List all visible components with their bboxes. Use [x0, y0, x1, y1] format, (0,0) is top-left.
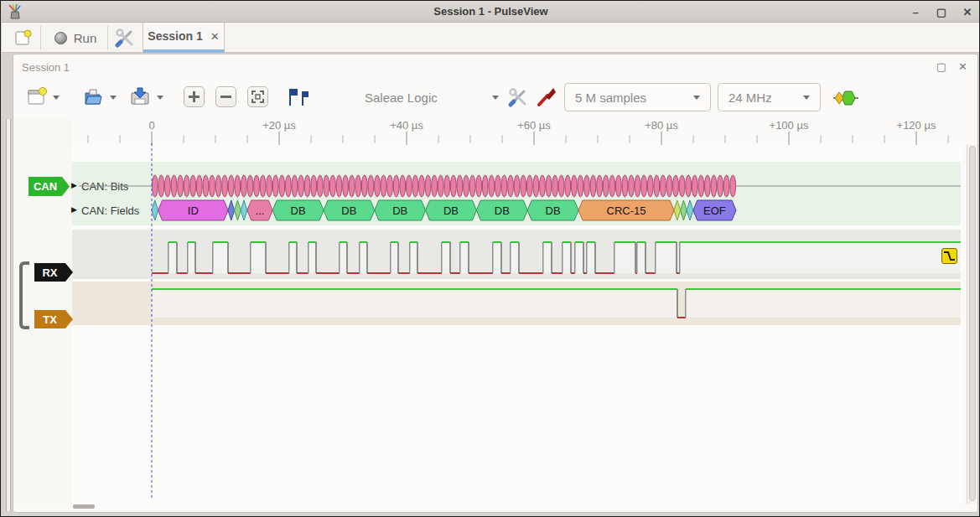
run-button[interactable]: Run: [45, 25, 106, 50]
sample-count-select[interactable]: 5 M samples: [564, 83, 711, 111]
open-file-dropdown-icon[interactable]: [110, 96, 117, 100]
left-splitter-handle[interactable]: [6, 119, 11, 511]
tab-label: Session 1: [148, 29, 202, 43]
device-config-button[interactable]: [507, 86, 529, 108]
new-view-button[interactable]: [26, 86, 48, 108]
main-toolbar: Run Session 1 ✕: [2, 23, 980, 53]
sample-rate-select[interactable]: 24 MHz: [718, 83, 821, 111]
tab-close-icon[interactable]: ✕: [210, 30, 220, 43]
wrench-screwdriver-icon: [115, 28, 135, 48]
zoom-in-button[interactable]: [184, 86, 205, 107]
tab-session-1[interactable]: Session 1 ✕: [143, 23, 225, 53]
decode-trace-background: [72, 162, 961, 225]
new-view-dropdown-icon[interactable]: [53, 96, 60, 100]
maximize-button[interactable]: ▢: [936, 6, 947, 18]
channel-group-bracket: [19, 261, 29, 329]
window-titlebar[interactable]: Session 1 - PulseView – ▢ ✕: [2, 1, 980, 23]
window-title: Session 1 - PulseView: [2, 5, 980, 18]
pulseview-window: Session 1 - PulseView – ▢ ✕ Run: [0, 0, 980, 517]
minimize-button[interactable]: –: [910, 6, 921, 18]
rx-trace-background: [72, 230, 961, 279]
run-state-icon: [54, 32, 67, 44]
vertical-scrollbar-handle[interactable]: [969, 146, 976, 501]
open-file-button[interactable]: [82, 86, 104, 108]
close-button[interactable]: ✕: [962, 6, 973, 18]
sample-count-dropdown-icon: [693, 96, 700, 100]
trigger-flags-button[interactable]: [286, 86, 309, 108]
sample-rate-value: 24 MHz: [729, 90, 772, 105]
expander-icon[interactable]: ▶: [71, 205, 77, 214]
can-decoder-tag[interactable]: CAN: [29, 177, 70, 196]
vertical-scrollbar[interactable]: [967, 144, 977, 504]
settings-button[interactable]: [111, 25, 138, 50]
device-select-value: Saleae Logic: [365, 90, 438, 105]
zoom-out-button[interactable]: [215, 86, 236, 107]
save-dropdown-icon[interactable]: [157, 96, 163, 100]
decode-row-label-bits: CAN: Bits: [81, 180, 128, 193]
panel-close-button[interactable]: ✕: [958, 60, 967, 73]
app-icon: [7, 3, 23, 20]
minus-icon: [220, 91, 231, 102]
device-dropdown-icon: [492, 96, 499, 100]
probe-button[interactable]: [536, 86, 557, 108]
device-select[interactable]: Saleae Logic: [365, 85, 499, 110]
toolbar-separator: [107, 26, 108, 49]
toolbar-separator: [40, 26, 41, 49]
sample-count-value: 5 M samples: [575, 90, 646, 105]
expander-icon[interactable]: ▶: [71, 181, 77, 189]
horizontal-scrollbar-handle[interactable]: [73, 504, 95, 509]
run-button-label: Run: [74, 31, 97, 45]
zoom-fit-icon: [251, 90, 264, 103]
trigger-marker-falling-edge-icon[interactable]: [941, 248, 957, 264]
new-session-button[interactable]: [8, 25, 37, 50]
save-button[interactable]: [129, 86, 151, 108]
new-session-icon: [13, 28, 32, 47]
decode-row-label-fields: CAN: Fields: [81, 204, 139, 217]
tx-channel-tag[interactable]: TX: [34, 310, 73, 328]
session-panel-title: Session 1: [22, 61, 70, 74]
tx-trace-background: [72, 282, 961, 325]
panel-restore-button[interactable]: ▢: [936, 60, 946, 73]
plus-icon: [189, 91, 200, 102]
add-decoder-button[interactable]: [833, 90, 858, 106]
zoom-fit-button[interactable]: [247, 86, 268, 107]
rx-channel-tag[interactable]: RX: [34, 263, 73, 282]
sample-rate-dropdown-icon: [803, 96, 810, 100]
